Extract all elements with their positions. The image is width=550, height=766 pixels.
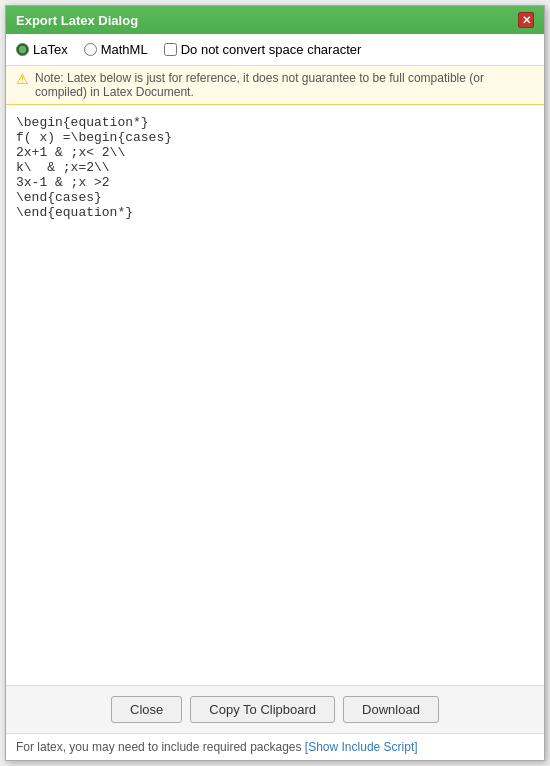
download-button[interactable]: Download [343, 696, 439, 723]
footer-row: For latex, you may need to include requi… [6, 734, 544, 760]
show-include-script-link[interactable]: [Show Include Script] [305, 740, 418, 754]
export-latex-dialog: Export Latex Dialog ✕ LaTex MathML Do no… [5, 5, 545, 761]
no-convert-space-checkbox[interactable] [164, 43, 177, 56]
latex-label: LaTex [33, 42, 68, 57]
latex-radio-option[interactable]: LaTex [16, 42, 68, 57]
dialog-title: Export Latex Dialog [16, 13, 138, 28]
code-area[interactable]: \begin{equation*} f( x) =\begin{cases} 2… [6, 105, 544, 686]
footer-text: For latex, you may need to include requi… [16, 740, 305, 754]
mathml-radio[interactable] [84, 43, 97, 56]
no-convert-space-option[interactable]: Do not convert space character [164, 42, 362, 57]
mathml-radio-option[interactable]: MathML [84, 42, 148, 57]
no-convert-space-label: Do not convert space character [181, 42, 362, 57]
warning-row: ⚠ Note: Latex below is just for referenc… [6, 66, 544, 105]
copy-to-clipboard-button[interactable]: Copy To Clipboard [190, 696, 335, 723]
close-button[interactable]: Close [111, 696, 182, 723]
close-icon[interactable]: ✕ [518, 12, 534, 28]
title-bar: Export Latex Dialog ✕ [6, 6, 544, 34]
mathml-label: MathML [101, 42, 148, 57]
latex-radio[interactable] [16, 43, 29, 56]
warning-text: Note: Latex below is just for reference,… [35, 71, 534, 99]
warning-icon: ⚠ [16, 71, 29, 87]
button-row: Close Copy To Clipboard Download [6, 686, 544, 734]
options-row: LaTex MathML Do not convert space charac… [6, 34, 544, 66]
